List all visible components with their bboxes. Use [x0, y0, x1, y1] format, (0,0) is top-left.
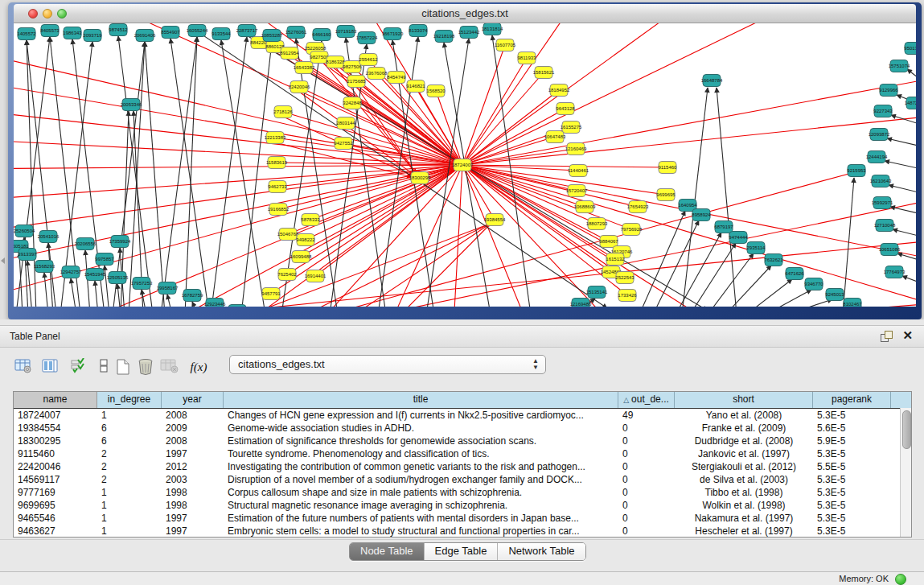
graph-node[interactable]: 16543382 [294, 62, 315, 74]
table-cell[interactable]: 18724007 [14, 409, 97, 422]
table-rows-icon[interactable] [93, 356, 114, 377]
graph-node[interactable]: 8912954 [280, 47, 299, 60]
graph-node[interactable]: 6879197 [714, 221, 733, 233]
graph-node[interactable]: 2718126 [273, 106, 293, 118]
graph-node[interactable]: 1615132 [606, 253, 625, 266]
table-cell[interactable]: 2003 [162, 473, 224, 486]
table-cell[interactable]: 9463627 [14, 525, 97, 538]
column-header-year[interactable]: year [162, 392, 224, 408]
table-cell[interactable]: Genome-wide association studies in ADHD. [224, 422, 618, 435]
memory-status-indicator-icon[interactable] [895, 574, 906, 585]
graph-node[interactable]: 2935114 [747, 242, 766, 254]
table-cell[interactable]: 14569117 [14, 473, 97, 486]
graph-node[interactable]: 16055244 [187, 25, 208, 37]
graph-node[interactable]: 9811933 [518, 52, 537, 64]
graph-node[interactable]: 9699695 [656, 189, 676, 201]
graph-node[interactable]: 17764973 [884, 266, 906, 278]
table-cell[interactable]: Jankovic et al. (1997) [675, 447, 813, 460]
table-row[interactable]: 946362711997Embryonic stem cells: a mode… [14, 525, 911, 538]
table-cell[interactable]: 0 [618, 499, 675, 512]
table-cell[interactable]: 1998 [162, 486, 224, 499]
table-cell[interactable]: Investigating the contribution of common… [224, 460, 618, 473]
graph-node[interactable]: 20691406 [134, 30, 156, 42]
table-cell[interactable]: 9699695 [14, 499, 97, 512]
graph-node[interactable]: 20206556 [75, 238, 97, 250]
graph-node[interactable]: 18131814 [482, 23, 503, 35]
table-scrollbar-thumb[interactable] [902, 410, 911, 449]
float-panel-icon[interactable] [881, 331, 892, 342]
delete-icon[interactable] [135, 356, 156, 377]
table-cell[interactable]: 5.3E-5 [813, 486, 891, 499]
table-cell[interactable]: de Silva et al. (2003) [675, 473, 813, 486]
table-cell[interactable]: Embryonic stem cells: a model to study s… [224, 525, 618, 538]
graph-node[interactable]: 16671920 [382, 28, 404, 40]
graph-node[interactable]: 2093719 [83, 30, 102, 42]
column-visibility-icon[interactable] [40, 356, 61, 377]
table-cell[interactable]: 5.9E-5 [813, 435, 891, 447]
table-cell[interactable]: 2008 [162, 435, 224, 447]
table-row[interactable]: 1830029562008Estimation of significance … [14, 435, 911, 447]
graph-node[interactable]: 12942757 [60, 266, 82, 278]
new-column-icon[interactable] [113, 356, 133, 377]
graph-node[interactable]: 8133074 [409, 25, 428, 37]
node-table-body[interactable]: 1872400712008Changes of HCN gene express… [14, 409, 911, 538]
graph-node[interactable]: 5878333 [301, 214, 320, 226]
table-row[interactable]: 1938455462009Genome-wide association stu… [14, 422, 911, 435]
graph-node[interactable]: 17857224 [356, 32, 378, 44]
table-cell[interactable]: 5.3E-5 [813, 525, 891, 538]
graph-node[interactable]: 15992971 [872, 197, 893, 209]
graph-node[interactable]: 8405573 [40, 25, 60, 37]
sidebar-collapse-arrow-icon[interactable] [1, 257, 5, 264]
graph-node[interactable]: 3242848 [343, 97, 362, 109]
graph-node[interactable]: 7625402 [277, 269, 297, 281]
graph-node[interactable]: 18300295 [409, 172, 431, 184]
graph-node[interactable]: 12093872 [869, 129, 890, 141]
column-header-short[interactable]: short [675, 392, 813, 408]
table-cell[interactable]: 0 [618, 447, 675, 460]
table-cell[interactable]: 5.3E-5 [813, 473, 891, 486]
column-header-in_degree[interactable]: in_degree [97, 392, 162, 408]
graph-node[interactable]: 9146821 [406, 80, 425, 93]
graph-node[interactable]: 16914401 [305, 270, 326, 282]
table-cell[interactable]: 1 [97, 512, 162, 525]
graph-node[interactable]: 18807293 [586, 218, 608, 230]
table-cell[interactable]: 2 [97, 447, 162, 460]
table-row[interactable]: 969969511998Structural magnetic resonanc… [14, 499, 911, 512]
table-cell[interactable]: 9777169 [14, 486, 97, 499]
graph-node[interactable]: 15751074 [889, 60, 910, 72]
graph-node[interactable]: 15135141 [586, 286, 608, 299]
graph-node[interactable]: 79756928 [621, 224, 643, 236]
graph-node[interactable]: 9129966 [879, 84, 898, 97]
table-cell[interactable]: 18300295 [14, 435, 97, 447]
close-panel-icon[interactable]: ✕ [902, 329, 913, 342]
graph-node[interactable]: 19384554 [484, 214, 506, 226]
graph-node[interactable]: 15276061 [285, 27, 307, 39]
graph-node[interactable]: 10719183 [335, 26, 357, 38]
network-canvas[interactable]: 1872400718300295884220388601288912954252… [14, 23, 916, 307]
network-window[interactable]: citations_edges.txt 18724007183002958842… [8, 2, 922, 319]
graph-node[interactable]: 9874512 [109, 24, 128, 36]
table-cell[interactable]: 1997 [162, 525, 224, 538]
table-cell[interactable]: 2 [97, 473, 162, 486]
graph-node[interactable]: 16099488 [290, 251, 312, 263]
graph-node[interactable]: 9501357 [904, 43, 916, 55]
table-cell[interactable]: 0 [618, 525, 675, 538]
graph-node[interactable]: 12923446 [204, 299, 226, 307]
table-settings-icon[interactable] [13, 356, 34, 377]
graph-node[interactable]: 12160469 [565, 143, 587, 155]
table-cell[interactable]: 0 [618, 435, 675, 447]
graph-node[interactable]: 11568293 [34, 261, 55, 273]
table-row[interactable]: 911546021997Tourette syndrome. Phenomeno… [14, 447, 911, 460]
table-cell[interactable]: Wolkin et al. (1998) [675, 499, 813, 512]
node-table-header[interactable]: namein_degreeyeartitle△out_de...shortpag… [14, 392, 911, 409]
column-header-pagerank[interactable]: pagerank [813, 392, 891, 408]
table-cell[interactable]: Tibbo et al. (1998) [675, 486, 813, 499]
window-titlebar[interactable]: citations_edges.txt [14, 4, 916, 23]
graph-node[interactable]: 1986343 [63, 27, 82, 39]
table-row[interactable]: 2242004622012Investigating the contribut… [14, 460, 911, 473]
table-cell[interactable]: Estimation of the future numbers of pati… [224, 512, 618, 525]
graph-node[interactable]: 22420046 [289, 81, 310, 93]
table-cell[interactable]: Structural magnetic resonance image aver… [224, 499, 618, 512]
table-cell[interactable]: Estimation of significance thresholds fo… [224, 435, 618, 447]
graph-node[interactable]: 6466160 [312, 29, 331, 41]
